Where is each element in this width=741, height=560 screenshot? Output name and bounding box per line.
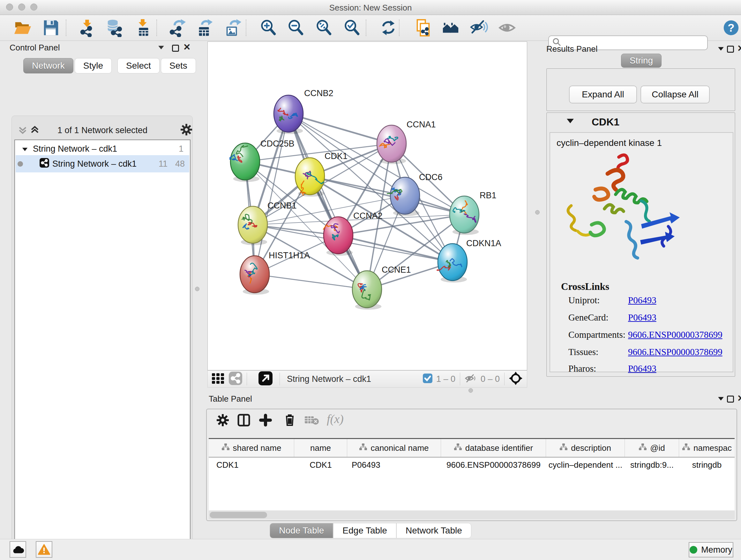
export-table-icon[interactable] bbox=[195, 18, 214, 37]
close-panel-icon[interactable]: ✕ bbox=[737, 45, 741, 52]
crosslink-uniprot-link[interactable]: P06493 bbox=[628, 295, 657, 306]
clone-network-icon[interactable] bbox=[414, 18, 432, 37]
hide-selected-icon[interactable] bbox=[470, 18, 488, 37]
tab-node-table[interactable]: Node Table bbox=[270, 523, 333, 538]
crosslink-compartments-link[interactable]: 9606.ENSP00000378699 bbox=[628, 329, 723, 340]
import-network-from-database-icon[interactable] bbox=[105, 18, 124, 37]
graph-node-rb1[interactable] bbox=[450, 196, 479, 233]
graph-node-label: CDKN1A bbox=[466, 239, 501, 248]
gene-collapse-icon[interactable] bbox=[567, 119, 574, 125]
tab-edge-table[interactable]: Edge Table bbox=[333, 523, 396, 538]
network-row-selected[interactable]: String Network – cdk1 11 48 bbox=[16, 155, 189, 172]
left-splitter-handle[interactable] bbox=[195, 287, 199, 291]
export-image-icon[interactable] bbox=[223, 18, 242, 37]
horizontal-scrollbar[interactable] bbox=[209, 511, 735, 519]
open-session-icon[interactable] bbox=[13, 18, 32, 37]
column-header[interactable]: @id bbox=[625, 439, 679, 457]
table-row[interactable]: CDK1 CDK1 P06493 9606.ENSP00000378699 cy… bbox=[209, 457, 735, 472]
tab-style[interactable]: Style bbox=[75, 58, 112, 73]
show-all-icon[interactable] bbox=[498, 18, 516, 37]
close-panel-icon[interactable]: ✕ bbox=[737, 395, 741, 402]
collection-expand-icon[interactable] bbox=[21, 144, 28, 154]
graph-node-label: CCNB2 bbox=[304, 88, 333, 98]
crosslink-genecard-link[interactable]: P06493 bbox=[628, 312, 657, 323]
tab-network[interactable]: Network bbox=[23, 58, 73, 73]
help-icon[interactable]: ? bbox=[722, 18, 740, 37]
graph-node-cdc6[interactable] bbox=[390, 177, 420, 214]
column-header[interactable]: namespac bbox=[679, 439, 735, 457]
navigator-crosshair-icon[interactable] bbox=[509, 372, 522, 386]
delete-column-icon[interactable] bbox=[283, 413, 296, 428]
zoom-fit-content-icon[interactable] bbox=[315, 18, 333, 37]
expand-all-button[interactable]: Expand All bbox=[569, 85, 637, 104]
show-columns-icon[interactable] bbox=[238, 414, 250, 428]
network-badge-icon[interactable] bbox=[229, 372, 242, 386]
table-panel-title: Table Panel bbox=[209, 394, 252, 404]
tab-network-table[interactable]: Network Table bbox=[396, 523, 471, 538]
collapse-panel-icon[interactable] bbox=[718, 396, 724, 402]
table-settings-gear-icon[interactable] bbox=[216, 414, 229, 428]
graph-node-label: CCNA1 bbox=[407, 120, 436, 129]
table-panel: Table Panel ✕ f(x) shared name name cano… bbox=[206, 391, 739, 522]
refresh-view-icon[interactable] bbox=[379, 18, 398, 37]
crosslink-pharos-link[interactable]: P06493 bbox=[628, 363, 657, 374]
zoom-in-icon[interactable] bbox=[259, 18, 278, 37]
graph-node-label: CDK1 bbox=[325, 151, 347, 161]
selected-checkbox-icon[interactable] bbox=[423, 374, 432, 384]
warning-button[interactable] bbox=[36, 541, 52, 558]
graph-node-hist1h1a[interactable] bbox=[240, 256, 269, 293]
detach-view-icon[interactable] bbox=[259, 371, 273, 387]
export-network-icon[interactable] bbox=[168, 18, 186, 37]
table-box: f(x) shared name name canonical name dat… bbox=[206, 409, 737, 521]
gene-section: CDK1 cyclin–dependent kinase 1 bbox=[546, 112, 735, 377]
memory-button[interactable]: Memory bbox=[689, 542, 733, 557]
network-graph[interactable]: CCNB2CCNA1CDC25BCDK1CDC6RB1CCNB1CCNA2CDK… bbox=[208, 42, 527, 370]
collapse-all-button[interactable]: Collapse All bbox=[641, 85, 710, 104]
results-button-box: Expand All Collapse All bbox=[546, 68, 735, 111]
network-collection-row[interactable]: String Network – cdk1 1 bbox=[16, 142, 189, 155]
float-panel-icon[interactable] bbox=[727, 395, 734, 402]
toolbar-separator bbox=[66, 19, 66, 36]
crosslink-label: GeneCard: bbox=[568, 312, 609, 323]
tab-sets[interactable]: Sets bbox=[161, 58, 196, 73]
graph-node-cdc25b[interactable] bbox=[230, 143, 260, 180]
import-network-from-file-icon[interactable] bbox=[78, 18, 96, 37]
graph-node-ccne1[interactable] bbox=[352, 271, 382, 308]
column-header[interactable]: shared name bbox=[209, 439, 294, 457]
column-header[interactable]: database identifier bbox=[441, 439, 546, 457]
results-panel-title: Results Panel bbox=[546, 44, 597, 54]
column-header[interactable]: description bbox=[546, 439, 625, 457]
column-header[interactable]: canonical name bbox=[347, 439, 441, 457]
toolbar-separator bbox=[246, 19, 246, 36]
graph-node-ccnb1[interactable] bbox=[238, 206, 267, 243]
zoom-out-icon[interactable] bbox=[286, 18, 305, 37]
delete-table-icon bbox=[305, 415, 319, 427]
float-panel-icon[interactable] bbox=[727, 46, 734, 53]
right-splitter-handle[interactable] bbox=[535, 210, 540, 214]
table-tabs: Node Table Edge Table Network Table bbox=[0, 523, 741, 538]
network-canvas[interactable]: CCNB2CCNA1CDC25BCDK1CDC6RB1CCNB1CCNA2CDK… bbox=[207, 42, 527, 370]
warning-icon bbox=[38, 544, 51, 555]
crosslink-tissues-link[interactable]: 9606.ENSP00000378699 bbox=[628, 347, 723, 357]
first-neighbors-icon[interactable] bbox=[442, 18, 460, 37]
node-table[interactable]: shared name name canonical name database… bbox=[209, 438, 735, 510]
collapse-panel-icon[interactable] bbox=[718, 47, 724, 52]
add-column-icon[interactable] bbox=[259, 414, 272, 428]
collection-label: String Network – cdk1 bbox=[33, 144, 117, 154]
grid-view-icon[interactable] bbox=[212, 372, 224, 386]
tab-string[interactable]: String bbox=[621, 54, 662, 68]
network-options-gear-icon[interactable] bbox=[180, 124, 192, 137]
graph-node-ccnb2[interactable] bbox=[274, 95, 303, 132]
tab-select[interactable]: Select bbox=[118, 58, 159, 73]
crosslink-label: Compartments: bbox=[568, 329, 625, 340]
import-table-from-file-icon[interactable] bbox=[133, 18, 152, 37]
cloud-button[interactable] bbox=[10, 541, 26, 558]
column-header[interactable]: name bbox=[294, 439, 347, 457]
save-session-icon[interactable] bbox=[42, 18, 60, 37]
float-panel-icon[interactable] bbox=[172, 45, 179, 52]
close-panel-icon[interactable]: ✕ bbox=[183, 44, 191, 51]
network-view-toolbar: String Network – cdk1 1 – 0 0 – 0 bbox=[207, 370, 527, 388]
scrollbar-thumb[interactable] bbox=[210, 512, 267, 518]
zoom-selected-icon[interactable] bbox=[343, 18, 361, 37]
collapse-panel-icon[interactable] bbox=[158, 45, 165, 51]
